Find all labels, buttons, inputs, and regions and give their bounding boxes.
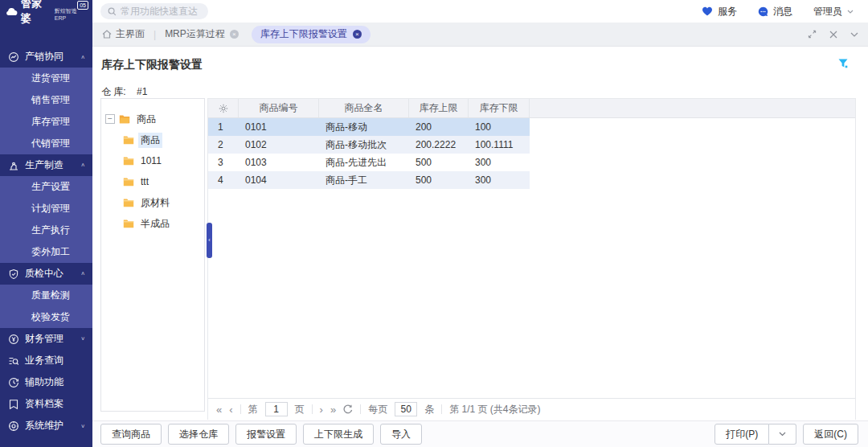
folder-open-icon [119, 114, 130, 124]
table-row[interactable]: 2 0102 商品-移动批次 200.2222 100.1111 [208, 136, 530, 154]
sidebar-group-xitongweihu[interactable]: 系统维护 ∨ [0, 415, 92, 437]
chevron-left-icon: ‹ [208, 237, 210, 243]
service-button[interactable]: 服务 [702, 5, 737, 18]
tree-node-goods[interactable]: 商品 [105, 129, 200, 150]
sidebar-item-zhiliangjiance[interactable]: 质量检测 [0, 285, 92, 306]
next-page-icon[interactable]: › [320, 404, 323, 416]
query-goods-button[interactable]: 查询商品 [100, 424, 162, 445]
warehouse-label: 仓 库: [101, 86, 126, 97]
sidebar-group-yewuchaxun[interactable]: 业务查询 [0, 350, 92, 371]
panel-collapse-handle[interactable]: ‹ [207, 223, 212, 258]
sidebar-item-shengchanshezhi[interactable]: 生产设置 [0, 176, 92, 198]
sidebar-group-zhijianzhongxin[interactable]: 质检中心 ∧ [0, 263, 92, 285]
column-header-lower[interactable]: 库存下限 [469, 99, 530, 117]
tree-node-semi-finished[interactable]: 半成品 [105, 213, 200, 234]
pagination-summary: 第 1/1 页 (共4条记录) [449, 403, 540, 416]
sidebar-item-weiwaijiagong[interactable]: 委外加工 [0, 241, 92, 263]
sidebar-item-xiaoshou[interactable]: 销售管理 [0, 89, 92, 111]
tree-node-1011[interactable]: 1011 [105, 150, 200, 171]
sidebar-group-fuzhugongneng[interactable]: 辅助功能 [0, 371, 92, 393]
fullscreen-icon[interactable] [808, 30, 817, 39]
prev-page-icon[interactable]: ‹ [229, 404, 232, 416]
search-input[interactable] [121, 6, 201, 17]
tab-menu-chevron-icon[interactable] [850, 32, 858, 37]
close-all-icon[interactable] [829, 31, 837, 39]
import-button[interactable]: 导入 [380, 424, 422, 445]
sidebar-group-caiwuguanli[interactable]: 财务管理 ∨ [0, 328, 92, 350]
first-page-icon[interactable]: « [216, 404, 222, 416]
trend-icon [8, 51, 20, 63]
user-menu[interactable]: 管理员 [813, 5, 854, 18]
version-badge: 05 [77, 1, 88, 10]
sidebar-group-chanxiaoxietong[interactable]: 产销协同 ∧ [0, 46, 92, 68]
search-list-icon [8, 355, 20, 367]
sidebar-submenu: 生产设置 计划管理 生产执行 委外加工 [0, 176, 92, 263]
divider [240, 404, 241, 414]
tree-node-raw-material[interactable]: 原材料 [105, 192, 200, 213]
page-prefix: 第 [248, 403, 258, 416]
print-button[interactable]: 打印(P) [714, 424, 769, 445]
archive-icon [8, 399, 20, 410]
footer-toolbar: 查询商品 选择仓库 报警设置 上下限生成 导入 打印(P) 返回(C) [92, 420, 868, 447]
shield-icon [8, 269, 20, 280]
filter-funnel-icon[interactable] [837, 58, 849, 69]
sidebar-item-kucun[interactable]: 库存管理 [0, 111, 92, 133]
folder-icon [123, 135, 134, 145]
folder-icon [123, 198, 134, 207]
column-header-code[interactable]: 商品编号 [239, 99, 319, 117]
tab-home[interactable]: 主界面 [102, 27, 145, 41]
table-row[interactable]: 3 0103 商品-先进先出 500 300 [208, 154, 530, 171]
tab-stock-limit-active[interactable]: 库存上下限报警设置 × [252, 26, 371, 43]
sidebar-group-shengchanzhizao[interactable]: 生产制造 ∧ [0, 154, 92, 176]
tree-node-ttt[interactable]: ttt [105, 171, 200, 192]
collapse-expander-icon[interactable]: − [105, 114, 115, 124]
sidebar-item-daixiao[interactable]: 代销管理 [0, 133, 92, 154]
print-split-button: 打印(P) [714, 424, 796, 445]
divider [312, 404, 313, 414]
last-page-icon[interactable]: » [330, 404, 336, 416]
generate-limits-button[interactable]: 上下限生成 [303, 424, 374, 445]
category-tree-panel: − 商品 商品 1011 [100, 98, 205, 412]
return-button[interactable]: 返回(C) [803, 424, 858, 445]
alarm-settings-button[interactable]: 报警设置 [235, 424, 297, 445]
heart-icon [702, 6, 713, 16]
per-page-suffix: 条 [424, 403, 434, 416]
system-gear-icon [8, 420, 20, 432]
sidebar-item-jihuaguanli[interactable]: 计划管理 [0, 198, 92, 219]
tab-mrp[interactable]: MRP运算过程 × [165, 27, 239, 41]
warehouse-row: 仓 库: #1 [92, 72, 868, 99]
tab-separator: | [154, 29, 156, 40]
page-suffix: 页 [295, 403, 305, 416]
grid-header: 商品编号 商品全名 库存上限 库存下限 [208, 99, 855, 118]
top-bar: 服务 消息 管理员 [92, 0, 868, 23]
pagination-bar: « ‹ 第 1 页 › » 每页 50 条 第 1/1 页 (共4条记录) [208, 398, 855, 420]
message-icon [758, 6, 768, 17]
quick-search[interactable] [100, 3, 208, 19]
print-options-chevron[interactable] [769, 424, 796, 445]
sidebar-item-shengchanzhixing[interactable]: 生产执行 [0, 219, 92, 241]
table-row[interactable]: 1 0101 商品-移动 200 100 [208, 118, 530, 136]
sidebar-group-ziliaodangan[interactable]: 资料档案 [0, 393, 92, 415]
sidebar-submenu: 质量检测 校验发货 [0, 285, 92, 328]
close-icon[interactable]: × [353, 30, 362, 39]
column-header-filler [530, 99, 855, 117]
divider [360, 404, 361, 414]
page-number-input[interactable]: 1 [265, 402, 288, 416]
per-page-input[interactable]: 50 [395, 402, 417, 416]
sidebar-item-jiaoyanfahuo[interactable]: 校验发货 [0, 306, 92, 328]
refresh-icon[interactable] [343, 404, 353, 414]
column-settings-button[interactable] [208, 99, 239, 117]
close-icon[interactable]: × [230, 30, 239, 39]
folder-icon [123, 219, 134, 228]
search-icon [108, 7, 117, 16]
finance-icon [8, 334, 20, 345]
sidebar-item-jinhuo[interactable]: 进货管理 [0, 68, 92, 89]
machine-icon [8, 160, 20, 171]
chevron-up-icon: ∧ [80, 54, 85, 59]
column-header-upper[interactable]: 库存上限 [409, 99, 469, 117]
column-header-name[interactable]: 商品全名 [319, 99, 409, 117]
table-row[interactable]: 4 0104 商品-手工 500 300 [208, 171, 530, 189]
select-warehouse-button[interactable]: 选择仓库 [168, 424, 229, 445]
message-button[interactable]: 消息 [758, 5, 792, 18]
tree-root-goods[interactable]: − 商品 [105, 109, 200, 129]
